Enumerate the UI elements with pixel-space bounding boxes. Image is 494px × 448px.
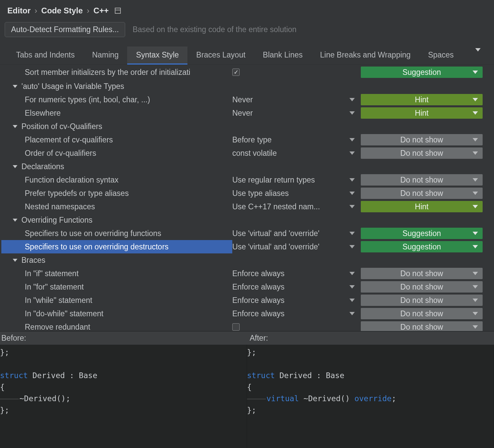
setting-row[interactable]: In "if" statementEnforce alwaysDo not sh… <box>0 267 494 280</box>
setting-label[interactable]: Order of cv-qualifiers <box>1 146 232 160</box>
setting-label[interactable]: In "do-while" statement <box>1 307 232 320</box>
setting-value-dropdown[interactable]: const volatile <box>232 146 361 160</box>
setting-value-dropdown[interactable]: Enforce always <box>232 307 361 320</box>
chevron-down-icon <box>349 111 355 115</box>
setting-row[interactable]: In "for" statementEnforce alwaysDo not s… <box>0 280 494 294</box>
severity-dropdown[interactable]: Do not show <box>361 174 483 186</box>
chevron-down-icon <box>473 71 478 74</box>
chevron-down-icon <box>349 232 355 235</box>
setting-label[interactable]: In "if" statement <box>1 267 232 280</box>
chevron-right-icon: › <box>34 6 37 15</box>
setting-row[interactable]: Remove redundantDo not show <box>0 320 494 331</box>
severity-dropdown[interactable]: Suggestion <box>361 67 483 78</box>
tab-blank-lines[interactable]: Blank Lines <box>254 46 311 65</box>
setting-value-dropdown[interactable]: Use 'virtual' and 'override' <box>232 240 361 253</box>
setting-value-dropdown[interactable]: Use C++17 nested nam... <box>232 200 361 213</box>
code-after: }; struct Derived : Base { virtual ~Deri… <box>247 345 494 448</box>
severity-dropdown[interactable]: Do not show <box>361 281 483 293</box>
chevron-down-icon <box>349 272 355 275</box>
setting-value-checkbox[interactable] <box>232 320 361 331</box>
setting-row[interactable]: Function declaration syntaxUse regular r… <box>0 173 494 187</box>
setting-label[interactable]: Declarations <box>1 160 232 173</box>
severity-dropdown[interactable]: Do not show <box>361 268 483 279</box>
tab-spaces[interactable]: Spaces <box>419 46 463 65</box>
severity-dropdown[interactable]: Hint <box>361 201 483 212</box>
severity-dropdown[interactable]: Do not show <box>361 147 483 159</box>
severity-dropdown[interactable]: Do not show <box>361 295 483 306</box>
setting-value-checkbox[interactable] <box>232 65 361 80</box>
setting-group[interactable]: 'auto' Usage in Variable Types <box>0 80 494 93</box>
setting-label[interactable]: Placement of cv-qualifiers <box>1 133 232 146</box>
setting-value-dropdown[interactable]: Before type <box>232 133 361 146</box>
severity-dropdown[interactable]: Do not show <box>361 308 483 319</box>
severity-dropdown[interactable]: Suggestion <box>361 241 483 252</box>
setting-value-dropdown[interactable]: Use type aliases <box>232 187 361 200</box>
checkbox[interactable] <box>232 323 240 331</box>
severity-dropdown[interactable]: Hint <box>361 107 483 119</box>
setting-group[interactable]: Overriding Functions <box>0 213 494 227</box>
tab-line-breaks-and-wrapping[interactable]: Line Breaks and Wrapping <box>311 46 419 65</box>
setting-label[interactable]: Elsewhere <box>1 106 232 120</box>
setting-label[interactable]: Prefer typedefs or type aliases <box>1 187 232 200</box>
chevron-down-icon <box>473 245 478 248</box>
breadcrumb-item[interactable]: Editor <box>7 6 30 15</box>
chevron-down-icon <box>349 245 355 248</box>
setting-row[interactable]: Sort member initializers by the order of… <box>0 65 494 80</box>
chevron-down-icon <box>349 312 355 315</box>
setting-label[interactable]: For numeric types (int, bool, char, ...) <box>1 93 232 106</box>
setting-value-dropdown[interactable]: Never <box>232 93 361 106</box>
setting-value-dropdown[interactable]: Enforce always <box>232 294 361 307</box>
setting-label[interactable]: Sort member initializers by the order of… <box>1 65 232 80</box>
setting-label[interactable]: 'auto' Usage in Variable Types <box>1 80 232 93</box>
severity-dropdown[interactable]: Hint <box>361 94 483 105</box>
setting-label[interactable]: Remove redundant <box>1 320 232 331</box>
setting-label[interactable]: In "while" statement <box>1 294 232 307</box>
chevron-down-icon <box>349 151 355 155</box>
tab-syntax-style[interactable]: Syntax Style <box>127 46 187 65</box>
setting-row[interactable]: Nested namespacesUse C++17 nested nam...… <box>0 200 494 213</box>
setting-row[interactable]: Specifiers to use on overriding function… <box>0 227 494 240</box>
setting-value-dropdown[interactable]: Use regular return types <box>232 173 361 187</box>
breadcrumb-item[interactable]: C++ <box>93 6 108 15</box>
breadcrumb-item[interactable]: Code Style <box>41 6 83 15</box>
setting-value-dropdown[interactable]: Use 'virtual' and 'override' <box>232 227 361 240</box>
tab-braces-layout[interactable]: Braces Layout <box>187 46 254 65</box>
chevron-down-icon <box>13 219 17 222</box>
setting-row[interactable]: Prefer typedefs or type aliasesUse type … <box>0 187 494 200</box>
setting-row[interactable]: Order of cv-qualifiersconst volatileDo n… <box>0 146 494 160</box>
setting-value-dropdown[interactable]: Enforce always <box>232 280 361 294</box>
checkbox[interactable] <box>232 69 240 76</box>
tab-tabs-and-indents[interactable]: Tabs and Indents <box>7 46 83 65</box>
tab-naming[interactable]: Naming <box>83 46 127 65</box>
setting-row[interactable]: ElsewhereNeverHint <box>0 106 494 120</box>
chevron-down-icon <box>473 299 478 302</box>
setting-row[interactable]: For numeric types (int, bool, char, ...)… <box>0 93 494 106</box>
severity-dropdown[interactable]: Do not show <box>361 321 483 331</box>
setting-value-dropdown[interactable]: Never <box>232 106 361 120</box>
separate-window-icon[interactable] <box>115 8 121 14</box>
auto-detect-button[interactable]: Auto-Detect Formatting Rules... <box>5 22 125 37</box>
setting-row[interactable]: Placement of cv-qualifiersBefore typeDo … <box>0 133 494 146</box>
setting-group[interactable]: Position of cv-Qualifiers <box>0 120 494 133</box>
setting-label[interactable]: Function declaration syntax <box>1 173 232 187</box>
severity-dropdown[interactable]: Suggestion <box>361 228 483 239</box>
setting-row[interactable]: Specifiers to use on overriding destruct… <box>0 240 494 253</box>
severity-dropdown[interactable]: Do not show <box>361 188 483 199</box>
setting-label[interactable]: Overriding Functions <box>1 213 232 227</box>
setting-label[interactable]: Braces <box>1 253 232 267</box>
setting-label[interactable]: Nested namespaces <box>1 200 232 213</box>
severity-dropdown[interactable]: Do not show <box>361 134 483 145</box>
settings-table: Sort member initializers by the order of… <box>0 65 494 331</box>
chevron-down-icon[interactable] <box>466 47 487 65</box>
setting-group[interactable]: Braces <box>0 253 494 267</box>
setting-label[interactable]: Position of cv-Qualifiers <box>1 120 232 133</box>
chevron-down-icon <box>473 178 478 182</box>
setting-label[interactable]: Specifiers to use on overriding function… <box>1 227 232 240</box>
setting-row[interactable]: In "while" statementEnforce alwaysDo not… <box>0 294 494 307</box>
setting-row[interactable]: In "do-while" statementEnforce alwaysDo … <box>0 307 494 320</box>
setting-group[interactable]: Declarations <box>0 160 494 173</box>
setting-label[interactable]: In "for" statement <box>1 280 232 294</box>
setting-value-dropdown[interactable]: Enforce always <box>232 267 361 280</box>
setting-label[interactable]: Specifiers to use on overriding destruct… <box>1 240 232 253</box>
chevron-down-icon <box>13 165 17 168</box>
